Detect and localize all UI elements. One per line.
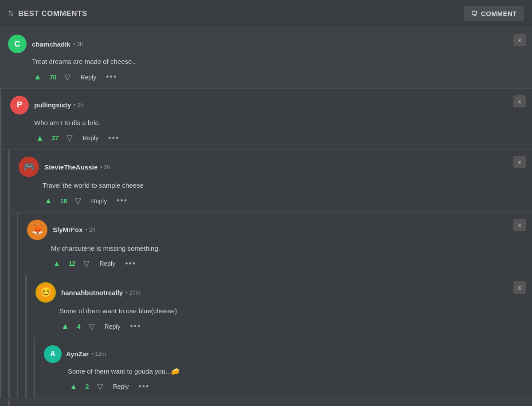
comment-icon: 🗨 xyxy=(471,10,478,17)
sort-icon[interactable]: ⇅ xyxy=(8,9,14,18)
username: SlyMrFox xyxy=(53,226,83,233)
upvote-button[interactable]: ▲ xyxy=(34,133,46,144)
upvote-button[interactable]: ▲ xyxy=(32,71,43,83)
reply-button[interactable]: Reply xyxy=(89,197,109,205)
avatar: P xyxy=(10,96,29,114)
comment-actions: ▲ 27 ▽ Reply ••• xyxy=(34,132,524,144)
avatar: 🎮 xyxy=(19,157,39,177)
avatar: 😊 xyxy=(35,282,56,303)
nested-replies-5: A AynZar • 12m Some of them want to goud… xyxy=(34,338,532,398)
dismiss-button[interactable]: x xyxy=(513,219,526,231)
comments-header: ⇅ BEST COMMENTS 🗨 COMMENT xyxy=(0,0,532,28)
comment-item: x 😊 hannahbutnotreally • 27m Some of the… xyxy=(27,275,532,338)
downvote-button[interactable]: ▽ xyxy=(65,132,74,144)
comment-item: A AynZar • 12m Some of them want to goud… xyxy=(35,338,532,398)
comment-actions: ▲ 4 ▽ Reply ••• xyxy=(59,321,524,332)
more-button[interactable]: ••• xyxy=(137,381,151,392)
more-button[interactable]: ••• xyxy=(106,133,121,144)
dismiss-button[interactable]: x xyxy=(513,156,526,168)
nested-replies-3: x 🦊 SlyMrFox • 2h My charcuterie is miss… xyxy=(17,213,532,398)
dismiss-button[interactable]: x xyxy=(513,281,526,294)
timestamp: • 12m xyxy=(91,351,106,357)
timestamp: • 2h xyxy=(86,226,96,233)
comment-text: Some of them want to gouda you...🧀 xyxy=(68,367,524,377)
downvote-button[interactable]: ▽ xyxy=(87,321,97,332)
timestamp: • 27m xyxy=(125,289,140,296)
comment-actions: ▲ 2 ▽ Reply ••• xyxy=(68,381,524,392)
avatar: 🦊 xyxy=(27,220,47,240)
vote-count: 12 xyxy=(69,260,76,267)
more-button[interactable]: ••• xyxy=(115,195,129,206)
vote-count: 27 xyxy=(52,134,59,142)
vote-count: 70 xyxy=(50,74,57,81)
upvote-button[interactable]: ▲ xyxy=(51,258,63,269)
more-button[interactable]: ••• xyxy=(128,321,143,332)
nested-replies: x P pullingsixty • 2h Who am I to dis a … xyxy=(0,89,532,398)
username: chamchadik xyxy=(32,40,70,48)
username: hannahbutnotreally xyxy=(61,289,123,296)
comment-header: A AynZar • 12m xyxy=(44,345,524,363)
comment-item: x 🦊 SlyMrFox • 2h My charcuterie is miss… xyxy=(18,213,532,276)
comment-header: 😊 hannahbutnotreally • 27m xyxy=(35,282,524,303)
comment-actions: ▲ 70 ▽ Reply ••• xyxy=(32,71,524,83)
vote-count: 4 xyxy=(77,323,81,330)
comment-header: C chamchadik • 3h xyxy=(8,35,524,53)
upvote-button[interactable]: ▲ xyxy=(68,381,79,392)
dismiss-button[interactable]: x xyxy=(513,34,526,46)
comment-header: 🦊 SlyMrFox • 2h xyxy=(27,220,524,240)
reply-button[interactable]: Reply xyxy=(111,382,131,391)
more-button[interactable]: ••• xyxy=(123,258,138,269)
comment-header: 🎮 StevieTheAussie • 2h xyxy=(19,157,524,177)
scroll-indicator xyxy=(0,398,532,406)
timestamp: • 2h xyxy=(100,164,110,170)
header-left: ⇅ BEST COMMENTS xyxy=(8,9,87,18)
timestamp: • 3h xyxy=(73,41,83,47)
vote-count: 18 xyxy=(60,197,67,205)
downvote-button[interactable]: ▽ xyxy=(73,195,83,207)
comment-text: Travel the world to sample cheese xyxy=(43,181,524,191)
username: AynZar xyxy=(66,350,89,358)
upvote-button[interactable]: ▲ xyxy=(43,195,54,206)
dismiss-button[interactable]: x xyxy=(513,95,526,107)
app-container: ⇅ BEST COMMENTS 🗨 COMMENT x C chamchadik… xyxy=(0,0,532,406)
comment-item: x C chamchadik • 3h Treat dreams are mad… xyxy=(0,28,532,89)
reply-button[interactable]: Reply xyxy=(81,134,100,142)
comment-button[interactable]: 🗨 COMMENT xyxy=(464,6,524,21)
upvote-button[interactable]: ▲ xyxy=(59,321,71,332)
downvote-button[interactable]: ▽ xyxy=(95,381,105,392)
comment-actions: ▲ 18 ▽ Reply ••• xyxy=(43,195,524,207)
more-button[interactable]: ••• xyxy=(104,71,119,83)
scrollbar-thumb xyxy=(8,400,10,406)
comment-actions: ▲ 12 ▽ Reply ••• xyxy=(51,258,524,269)
reply-button[interactable]: Reply xyxy=(78,73,98,82)
nested-replies-2: x 🎮 StevieTheAussie • 2h Travel the worl… xyxy=(8,150,532,398)
comment-text: Who am I to dis a brie. xyxy=(34,118,524,128)
username: pullingsixty xyxy=(34,101,71,109)
comments-list: x C chamchadik • 3h Treat dreams are mad… xyxy=(0,28,532,406)
section-title: BEST COMMENTS xyxy=(18,9,87,18)
username: StevieTheAussie xyxy=(44,163,98,171)
downvote-button[interactable]: ▽ xyxy=(82,258,91,269)
avatar: A xyxy=(44,345,62,363)
comment-header: P pullingsixty • 2h xyxy=(10,96,524,114)
comment-item: x 🎮 StevieTheAussie • 2h Travel the worl… xyxy=(10,150,532,213)
nested-replies-4: x 😊 hannahbutnotreally • 27m Some of the… xyxy=(25,275,532,398)
comment-text: Treat dreams are made of cheese.. xyxy=(32,57,524,67)
avatar: C xyxy=(8,35,27,53)
comment-text: Some of them want to use blue(cheese) xyxy=(59,306,524,316)
vote-count: 2 xyxy=(86,383,89,390)
comment-text: My charcuterie is missing something. xyxy=(51,244,524,254)
downvote-button[interactable]: ▽ xyxy=(63,71,72,83)
timestamp: • 2h xyxy=(74,102,84,108)
reply-button[interactable]: Reply xyxy=(103,322,122,331)
comment-button-label: COMMENT xyxy=(481,10,517,17)
reply-button[interactable]: Reply xyxy=(98,259,117,268)
comment-item: x P pullingsixty • 2h Who am I to dis a … xyxy=(1,89,532,150)
